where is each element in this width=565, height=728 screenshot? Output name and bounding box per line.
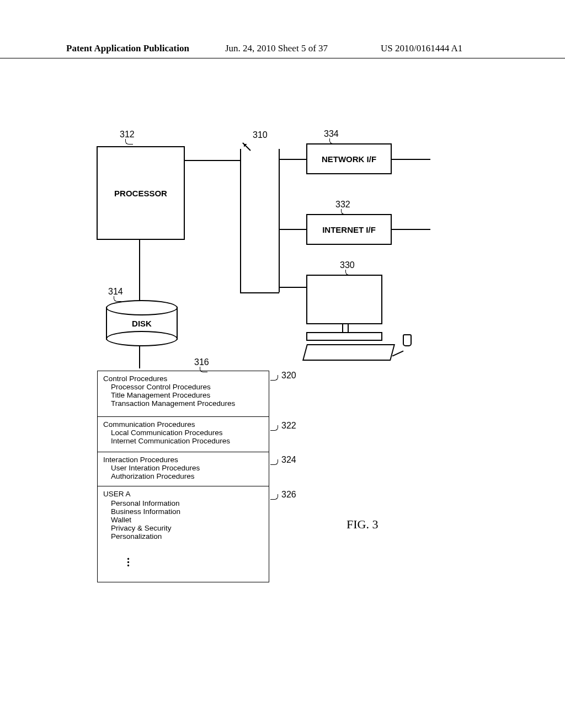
header-center: Jun. 24, 2010 Sheet 5 of 37: [225, 43, 328, 54]
ref-320-hook: [270, 375, 278, 381]
inetif-tail: [392, 229, 430, 230]
disk-cylinder: DISK: [106, 307, 178, 340]
ref-326-hook: [270, 494, 278, 500]
bus-line-left: [240, 149, 241, 292]
continuation-dots: ···: [127, 557, 130, 567]
network-if-label: NETWORK I/F: [322, 154, 376, 164]
panel-comm-item-0: Local Communication Procedures: [111, 429, 263, 437]
monitor-neck-l: [342, 324, 343, 332]
ref-314: 314: [108, 287, 123, 297]
ref-334-hook: [329, 138, 337, 144]
ref-332: 332: [335, 200, 350, 210]
ref-322-hook: [270, 425, 278, 431]
monitor-screen: [306, 275, 382, 324]
ref-320: 320: [281, 371, 296, 381]
monitor-neck-r: [348, 324, 349, 332]
bus-line-bottom: [240, 292, 279, 293]
figure-label: FIG. 3: [347, 517, 378, 532]
internet-if-box: INTERNET I/F: [306, 214, 392, 245]
ref-324: 324: [281, 455, 296, 465]
patent-figure-page: Patent Application Publication Jun. 24, …: [0, 0, 565, 728]
processor-box: PROCESSOR: [97, 146, 185, 240]
panel-user: USER A Personal Information Business Inf…: [97, 486, 269, 582]
panel-inter-item-0: User Interation Procedures: [111, 464, 263, 472]
panel-control-item-1: Title Management Procedures: [111, 391, 263, 399]
bus-link-terminal: [279, 287, 306, 288]
panel-comm-item-1: Internet Communication Procedures: [111, 437, 263, 445]
network-if-box: NETWORK I/F: [306, 143, 392, 174]
header-right: US 2010/0161444 A1: [381, 43, 462, 54]
keyboard: [302, 344, 395, 361]
link-disk-panels: [139, 346, 140, 368]
ref-332-hook: [341, 209, 349, 215]
bus-link-inetif: [279, 229, 306, 230]
panel-inter-item-1: Authorization Procedures: [111, 472, 263, 480]
ref-310-arrow: [243, 130, 258, 146]
panel-user-item-2: Wallet: [111, 516, 263, 524]
panel-user-title: USER A: [103, 490, 263, 498]
ref-330-hook: [345, 270, 353, 275]
mouse-icon: [403, 334, 412, 346]
ref-330: 330: [340, 260, 355, 270]
disk-label: DISK: [107, 319, 177, 328]
bus-link-netif: [279, 159, 306, 160]
ref-314-hook: [114, 296, 121, 302]
internet-if-label: INTERNET I/F: [322, 225, 376, 234]
bus-line-right: [279, 149, 280, 292]
panel-inter-title: Interaction Procedures: [103, 456, 263, 464]
page-header: Patent Application Publication Jun. 24, …: [0, 43, 565, 58]
panel-user-item-0: Personal Information: [111, 499, 263, 507]
panel-control: Control Procedures Processor Control Pro…: [97, 371, 269, 417]
monitor-base: [306, 332, 382, 341]
panel-user-item-1: Business Information: [111, 507, 263, 516]
panel-comm-title: Communication Procedures: [103, 420, 263, 429]
panel-control-item-2: Transaction Management Procedures: [111, 399, 263, 408]
mouse-cable: [392, 350, 404, 356]
ref-326: 326: [281, 490, 296, 500]
ref-312-hook: [125, 139, 133, 144]
panel-control-item-0: Processor Control Procedures: [111, 383, 263, 391]
ref-324-hook: [270, 459, 278, 465]
panel-user-item-4: Personalization: [111, 532, 263, 540]
ref-322: 322: [281, 421, 296, 431]
link-processor-disk: [139, 240, 140, 301]
panel-control-title: Control Procedures: [103, 374, 263, 383]
ref-334: 334: [324, 129, 339, 139]
panel-comm: Communication Procedures Local Communica…: [97, 417, 269, 452]
bus-link-processor: [185, 160, 240, 161]
panel-user-item-3: Privacy & Security: [111, 524, 263, 532]
ref-316: 316: [194, 357, 209, 367]
netif-tail: [392, 159, 430, 160]
header-left: Patent Application Publication: [66, 43, 189, 54]
processor-label: PROCESSOR: [114, 189, 167, 198]
ref-312: 312: [120, 130, 135, 140]
panel-interaction: Interaction Procedures User Interation P…: [97, 452, 269, 486]
